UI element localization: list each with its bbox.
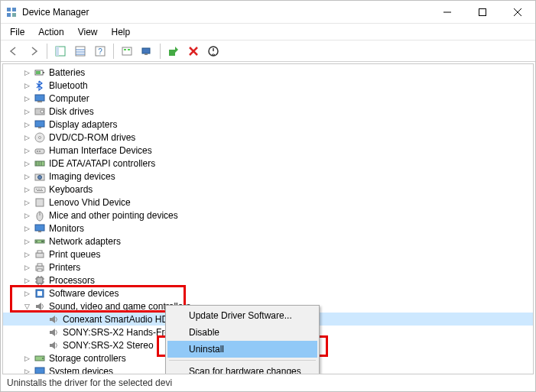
- disable-device-button[interactable]: [204, 42, 223, 60]
- svg-rect-73: [37, 291, 42, 296]
- context-scan[interactable]: Scan for hardware changes: [167, 363, 317, 374]
- tree-node-label: Monitors: [49, 223, 84, 234]
- chevron-right-icon[interactable]: ▷: [21, 67, 32, 78]
- chevron-right-icon[interactable]: ▷: [21, 93, 32, 104]
- minimize-button[interactable]: [430, 1, 465, 23]
- svg-rect-28: [35, 95, 44, 101]
- context-disable[interactable]: Disable: [167, 324, 317, 341]
- close-button[interactable]: [500, 1, 535, 23]
- tree-node-dvdcdrom[interactable]: ▷DVD/CD-ROM drives: [3, 131, 533, 144]
- chevron-right-icon[interactable]: ▷: [21, 132, 32, 143]
- tree-node-computer[interactable]: ▷Computer: [3, 92, 533, 105]
- svg-point-56: [36, 241, 37, 242]
- tree-node-label: Storage controllers: [49, 353, 126, 364]
- svg-rect-48: [41, 189, 42, 190]
- disk-icon: [34, 105, 46, 118]
- tree-node-label: Conexant SmartAudio HD: [63, 314, 168, 325]
- tree-node-label: Mice and other pointing devices: [49, 210, 178, 221]
- storage-icon: [34, 352, 46, 364]
- chevron-right-icon[interactable]: ▷: [21, 275, 32, 286]
- context-menu: Update Driver Software... Disable Uninst…: [165, 305, 320, 374]
- svg-point-44: [38, 175, 42, 179]
- battery-icon: [34, 66, 46, 79]
- chevron-right-icon[interactable]: ▷: [21, 197, 32, 208]
- tree-node-lenovovhid[interactable]: ▷Lenovo Vhid Device: [3, 196, 533, 209]
- maximize-button[interactable]: [465, 1, 500, 23]
- menu-help[interactable]: Help: [106, 25, 137, 39]
- chevron-right-icon[interactable]: ▷: [21, 171, 32, 182]
- chevron-right-icon[interactable]: ▷: [21, 80, 32, 91]
- window-title: Device Manager: [22, 7, 430, 18]
- svg-rect-29: [37, 101, 42, 102]
- menubar: File Action View Help: [1, 24, 535, 40]
- tree-node-diskdrives[interactable]: ▷Disk drives: [3, 105, 533, 118]
- monitor-icon: [34, 222, 46, 235]
- svg-rect-63: [37, 277, 43, 283]
- svg-point-37: [37, 151, 38, 152]
- tree-node-monitors[interactable]: ▷Monitors: [3, 222, 533, 235]
- tree-node-label: DVD/CD-ROM drives: [49, 132, 135, 143]
- chevron-right-icon[interactable]: ▷: [21, 210, 32, 221]
- system-icon: [34, 365, 46, 374]
- printq-icon: [34, 248, 46, 261]
- svg-rect-53: [35, 225, 44, 231]
- svg-rect-61: [37, 264, 42, 266]
- chevron-right-icon[interactable]: ▷: [21, 184, 32, 195]
- svg-point-31: [41, 110, 44, 113]
- tree-node-displayadapters[interactable]: ▷Display adapters: [3, 118, 533, 131]
- chevron-right-icon[interactable]: ▷: [21, 288, 32, 299]
- tree-node-label: IDE ATA/ATAPI controllers: [49, 158, 155, 169]
- statusbar: Uninstalls the driver for the selected d…: [2, 375, 534, 390]
- chevron-right-icon[interactable]: ▷: [21, 353, 32, 364]
- chevron-right-icon[interactable]: ▷: [21, 366, 32, 374]
- context-uninstall[interactable]: Uninstall: [167, 341, 317, 358]
- sound-icon: [47, 313, 60, 326]
- svg-rect-21: [169, 50, 175, 56]
- tree-node-label: Bluetooth: [49, 80, 88, 91]
- tree-node-ideata[interactable]: ▷IDE ATA/ATAPI controllers: [3, 157, 533, 170]
- svg-rect-46: [36, 189, 37, 190]
- tree-spacer: [35, 314, 46, 325]
- back-button[interactable]: [5, 42, 23, 60]
- menu-action[interactable]: Action: [32, 25, 70, 39]
- tree-node-printqueues[interactable]: ▷Print queues: [3, 248, 533, 261]
- chevron-right-icon[interactable]: ▷: [21, 236, 32, 247]
- properties-button[interactable]: [71, 42, 89, 60]
- context-separator: [169, 360, 316, 361]
- uninstall-device-button[interactable]: [184, 42, 203, 60]
- tree-node-label: Printers: [49, 262, 80, 273]
- tree-node-hid[interactable]: ▷Human Interface Devices: [3, 144, 533, 157]
- chevron-right-icon[interactable]: ▷: [21, 262, 32, 273]
- chevron-right-icon[interactable]: ▷: [21, 223, 32, 234]
- tree-node-batteries[interactable]: ▷Batteries: [3, 66, 533, 79]
- chevron-right-icon[interactable]: ▷: [21, 145, 32, 156]
- tree-node-keyboards[interactable]: ▷Keyboards: [3, 183, 533, 196]
- chevron-right-icon[interactable]: ▷: [21, 106, 32, 117]
- chevron-down-icon[interactable]: ▽: [21, 301, 32, 312]
- tree-node-printers[interactable]: ▷Printers: [3, 261, 533, 274]
- help-button[interactable]: ?: [91, 42, 109, 60]
- forward-button[interactable]: [24, 42, 43, 60]
- tree-node-softdev[interactable]: ▷Software devices: [3, 287, 533, 300]
- chevron-right-icon[interactable]: ▷: [21, 119, 32, 130]
- menu-file[interactable]: File: [4, 25, 31, 39]
- tree-node-label: SONY:SRS-X2 Stereo: [63, 340, 154, 351]
- tree-node-label: Batteries: [49, 67, 85, 78]
- svg-rect-17: [124, 49, 126, 50]
- tree-node-bluetooth[interactable]: ▷Bluetooth: [3, 79, 533, 92]
- bluetooth-icon: [34, 79, 46, 92]
- chevron-right-icon[interactable]: ▷: [21, 249, 32, 260]
- scan-hardware-button[interactable]: [138, 42, 156, 60]
- show-hide-tree-button[interactable]: [51, 42, 70, 60]
- keyboard-icon: [34, 183, 46, 196]
- tree-node-imaging[interactable]: ▷Imaging devices: [3, 170, 533, 183]
- tree-node-netadapters[interactable]: ▷Network adapters: [3, 235, 533, 248]
- menu-view[interactable]: View: [72, 25, 104, 39]
- chevron-right-icon[interactable]: ▷: [21, 158, 32, 169]
- enable-device-button[interactable]: [164, 42, 183, 60]
- update-driver-button[interactable]: [118, 42, 136, 60]
- tree-node-mice[interactable]: ▷Mice and other pointing devices: [3, 209, 533, 222]
- toolbar: ?: [1, 40, 535, 62]
- context-update-driver[interactable]: Update Driver Software...: [167, 307, 317, 324]
- tree-node-processors[interactable]: ▷Processors: [3, 274, 533, 287]
